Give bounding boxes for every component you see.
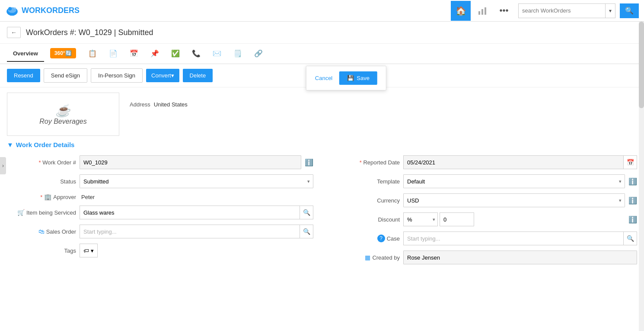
tab-phone[interactable]: 📞 [186, 45, 207, 63]
address-row: Address United States [130, 98, 188, 108]
currency-info-icon[interactable]: ℹ️ [628, 196, 637, 205]
approver-row: 🏢 Approver Peter [7, 193, 313, 200]
email-icon: ✉️ [213, 49, 221, 58]
approver-label: Approver [53, 194, 76, 200]
case-label: Case [387, 235, 400, 242]
scrollbar[interactable] [639, 22, 644, 331]
svg-point-2 [8, 7, 12, 10]
item-label: Item being Serviced [26, 209, 76, 216]
item-input[interactable] [80, 206, 300, 219]
save-button[interactable]: 💾 Save [339, 71, 377, 85]
pin-icon: 📌 [150, 49, 159, 58]
sticky-icon: 🗒️ [233, 49, 242, 58]
work-order-info-icon[interactable]: ℹ️ [305, 158, 313, 167]
back-button[interactable]: ← [7, 27, 21, 38]
section-chevron-icon: ▼ [7, 141, 13, 148]
search-input[interactable] [519, 7, 605, 14]
in-person-sign-button[interactable]: In-Person Sign [91, 68, 143, 83]
check-icon: ✅ [171, 49, 180, 58]
created-by-input [403, 251, 637, 264]
page-header: ← WorkOrders #: W0_1029 | Submitted [0, 22, 644, 44]
tags-button[interactable]: 🏷 ▾ [80, 244, 98, 257]
case-search-button[interactable]: 🔍 [623, 231, 637, 245]
home-button[interactable]: 🏠 [451, 1, 471, 21]
case-question-icon: ? [377, 235, 385, 242]
tabs-bar: Overview 360°🔄 📋 📄 📅 📌 ✅ 📞 ✉️ 🗒️ [0, 44, 644, 64]
template-select[interactable]: Default Custom [403, 174, 625, 188]
approver-label-wrapper: 🏢 Approver [7, 193, 76, 200]
tab-attachment[interactable]: 🔗 [248, 45, 269, 63]
approver-value: Peter [80, 194, 95, 200]
discount-info-icon[interactable]: ℹ️ [628, 215, 637, 224]
send-esign-button[interactable]: Send eSign [44, 68, 87, 83]
discount-wrapper: % $ ▾ [403, 212, 625, 226]
address-value: United States [154, 101, 188, 108]
work-order-details-section: ▼ Work Order Details Work Order # ℹ️ Sta… [0, 141, 644, 271]
resend-button[interactable]: Resend [7, 69, 40, 82]
bag-icon: 🛍 [38, 228, 45, 235]
case-input[interactable] [403, 231, 623, 245]
template-label: Template [331, 178, 400, 185]
save-label: Save [357, 75, 370, 81]
search-container: ▾ [518, 3, 615, 18]
item-serviced-row: 🛒 Item being Serviced 🔍 [7, 206, 313, 219]
cart-icon: 🛒 [17, 209, 25, 216]
action-bar: Resend Send eSign In-Person Sign Cancel … [0, 64, 644, 87]
calendar-button[interactable]: 📅 [623, 155, 637, 169]
reported-date-input[interactable] [403, 155, 623, 169]
section-header[interactable]: ▼ Work Order Details [7, 141, 637, 148]
top-info-section: ☕ Roy Beverages Address United States [0, 87, 644, 141]
reported-date-label: Reported Date [331, 159, 400, 166]
reported-date-row: Reported Date 📅 [331, 155, 637, 169]
item-input-wrapper: 🔍 [80, 206, 313, 219]
tab-sticky[interactable]: 🗒️ [227, 45, 248, 63]
company-logo: ☕ Roy Beverages [39, 103, 86, 125]
coffee-icon: ☕ [39, 103, 86, 118]
svg-rect-4 [478, 11, 480, 15]
tab-overview-label: Overview [13, 50, 38, 57]
tags-icon: 🏷 [83, 247, 89, 254]
tab-overview[interactable]: Overview [7, 46, 44, 62]
search-button[interactable]: 🔍 [620, 3, 639, 18]
chart-button[interactable] [472, 1, 492, 21]
save-cancel-popup: Cancel 💾 Save [306, 66, 386, 90]
convert-button[interactable]: Convert▾ [146, 69, 179, 82]
work-order-number-input[interactable] [80, 155, 301, 169]
list-icon: 📄 [109, 49, 118, 58]
currency-row: Currency USD EUR GBP ▾ ℹ️ [331, 193, 637, 207]
attachment-icon: 🔗 [254, 49, 263, 58]
app-logo[interactable]: WORKORDERS [5, 4, 80, 18]
tab-notes[interactable]: 📋 [82, 45, 103, 63]
sidebar-toggle[interactable]: › [0, 157, 6, 174]
chart-icon [478, 6, 487, 16]
template-info-icon[interactable]: ℹ️ [628, 177, 637, 186]
sales-order-input[interactable] [80, 225, 300, 238]
cancel-link[interactable]: Cancel [315, 75, 332, 81]
address-label: Address [130, 101, 150, 108]
tab-pin[interactable]: 📌 [144, 45, 165, 63]
status-label: Status [7, 178, 76, 185]
item-search-button[interactable]: 🔍 [300, 206, 313, 219]
scrollbar-thumb[interactable] [639, 22, 644, 108]
tab-email[interactable]: ✉️ [207, 45, 227, 63]
more-button[interactable]: ••• [494, 1, 514, 21]
app-title: WORKORDERS [22, 6, 80, 15]
tab-check[interactable]: ✅ [165, 45, 186, 63]
discount-type-select[interactable]: % $ [403, 212, 438, 226]
tab-360-label: 360°🔄 [50, 48, 76, 58]
tab-list[interactable]: 📄 [103, 45, 124, 63]
case-row: ? Case 🔍 [331, 231, 637, 245]
logo-icon [5, 4, 19, 18]
phone-icon: 📞 [192, 49, 201, 58]
status-select[interactable]: Submitted Open Closed In Progress [80, 174, 313, 188]
tab-calendar[interactable]: 📅 [124, 45, 144, 63]
case-label-wrapper: ? Case [331, 235, 400, 242]
tags-row: Tags 🏷 ▾ [7, 244, 313, 257]
currency-select[interactable]: USD EUR GBP [403, 193, 625, 207]
sales-order-search-button[interactable]: 🔍 [300, 225, 313, 238]
tab-360[interactable]: 360°🔄 [44, 44, 82, 64]
page-container: ← WorkOrders #: W0_1029 | Submitted Over… [0, 22, 644, 331]
search-dropdown-button[interactable]: ▾ [605, 4, 615, 18]
discount-value-input[interactable] [440, 212, 474, 226]
delete-button[interactable]: Delete [183, 69, 213, 82]
